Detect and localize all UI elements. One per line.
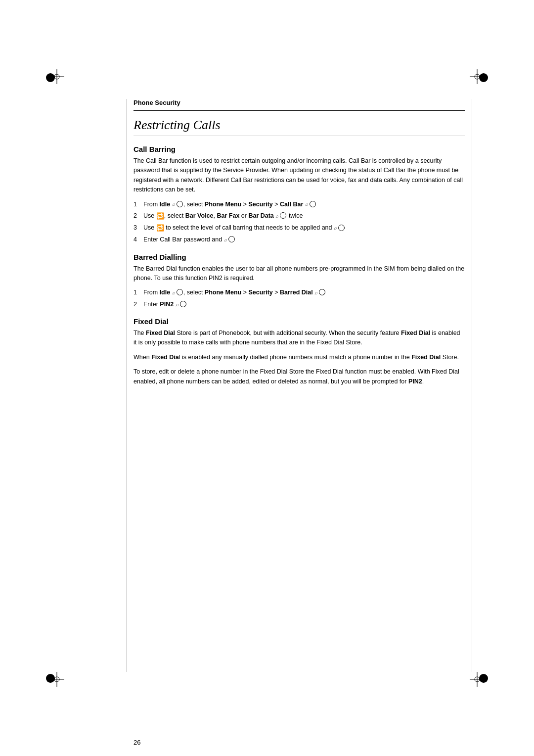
call-barring-steps: 1 From Idle ⌕ , select Phone Menu > Secu… [134,200,465,245]
nav-icon-5: ⌕ [224,236,226,244]
section-label: Phone Security [134,99,465,106]
select-button-icon [177,201,183,207]
content-area: Phone Security Restricting Calls Call Ba… [134,99,465,667]
fixed-dial-para-2: When Fixed Dial is enabled any manually … [134,353,465,362]
fixed-dial-para-3: To store, edit or delete a phone number … [134,367,465,386]
page: Phone Security Restricting Calls Call Ba… [0,0,534,756]
call-barring-step-3: 3 Use 🔁 to select the level of call barr… [134,223,465,233]
nav-icon-1: ⌕ [172,200,175,208]
bullet-mark-bottom-left [46,674,55,683]
page-title: Restricting Calls [134,118,465,136]
nav-icon-4: ⌕ [334,224,336,232]
confirm-button-icon-5 [319,289,325,295]
confirm-button-icon-4 [228,236,235,242]
bullet-mark-top-right [479,73,488,82]
select-button-icon-2 [177,289,183,295]
call-barring-step-1: 1 From Idle ⌕ , select Phone Menu > Secu… [134,200,465,209]
barred-dialling-steps: 1 From Idle ⌕ , select Phone Menu > Secu… [134,288,465,309]
call-barring-title: Call Barring [134,145,465,153]
nav-icon-8: ⌕ [176,301,178,309]
barred-dialling-step-2: 2 Enter PIN2 ⌕ [134,300,465,309]
right-rule [472,99,472,672]
bullet-mark-bottom-right [479,674,488,683]
top-rule [134,110,465,111]
nav-icon-7: ⌕ [314,289,317,297]
confirm-button-icon-6 [180,301,186,307]
confirm-button-icon-2 [280,212,286,219]
call-barring-step-4: 4 Enter Call Bar password and ⌕ [134,235,465,244]
confirm-button-icon-3 [338,225,345,231]
barred-dialling-title: Barred Dialling [134,253,465,261]
call-barring-step-2: 2 Use 🔁, select Bar Voice, Bar Fax or Ba… [134,211,465,221]
nav-icon-3: ⌕ [275,212,278,220]
confirm-button-icon [310,201,316,207]
left-rule [126,99,127,672]
bullet-mark-top-left [46,73,55,82]
nav-icon-2: ⌕ [305,200,308,208]
fixed-dial-para-1: The Fixed Dial Store is part of Phoneboo… [134,329,465,348]
fixed-dial-title: Fixed Dial [134,317,465,326]
nav-icon-6: ⌕ [172,289,175,297]
call-barring-description: The Call Bar function is used to restric… [134,156,465,195]
page-number: 26 [134,739,140,746]
barred-dialling-description: The Barred Dial function enables the use… [134,264,465,284]
barred-dialling-step-1: 1 From Idle ⌕ , select Phone Menu > Secu… [134,288,465,297]
